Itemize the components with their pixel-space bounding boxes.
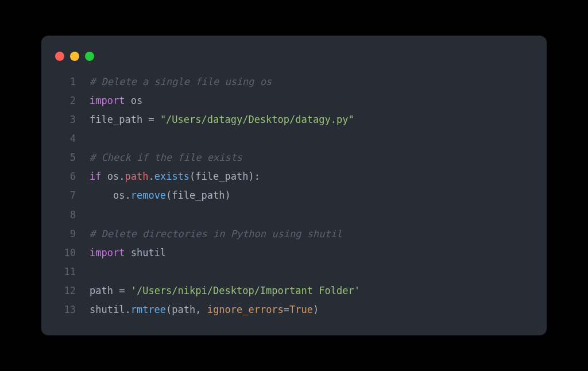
minimize-icon[interactable] [70, 52, 79, 61]
code-line[interactable]: 6if os.path.exists(file_path): [55, 167, 533, 186]
code-token: shutil [90, 304, 125, 315]
code-line[interactable]: 4 [55, 129, 533, 148]
line-number: 8 [55, 206, 76, 225]
code-token: exists [154, 171, 189, 182]
code-token: ( [166, 190, 172, 201]
line-number: 13 [55, 300, 76, 319]
line-content[interactable]: os.remove(file_path) [90, 186, 231, 205]
line-number: 9 [55, 225, 76, 244]
line-content[interactable]: path = '/Users/nikpi/Desktop/Important F… [90, 281, 360, 300]
code-token: path [90, 285, 113, 296]
code-token: , [195, 304, 207, 315]
line-content[interactable]: # Check if the file exists [90, 148, 242, 167]
line-content[interactable]: import os [90, 91, 142, 110]
code-line[interactable]: 12path = '/Users/nikpi/Desktop/Important… [55, 281, 533, 300]
code-token: os [113, 190, 125, 201]
code-area[interactable]: 1# Delete a single file using os2import … [41, 72, 547, 320]
code-token [90, 190, 113, 201]
line-content[interactable]: if os.path.exists(file_path): [90, 167, 260, 186]
line-number: 5 [55, 148, 76, 167]
code-line[interactable]: 13shutil.rmtree(path, ignore_errors=True… [55, 300, 533, 319]
code-line[interactable]: 9# Delete directories in Python using sh… [55, 225, 533, 244]
line-number: 11 [55, 262, 76, 281]
code-token: ) [313, 304, 319, 315]
maximize-icon[interactable] [85, 52, 94, 61]
code-token [142, 114, 148, 125]
code-line[interactable]: 8 [55, 206, 533, 225]
line-content[interactable] [90, 129, 95, 148]
code-token: = [119, 285, 125, 296]
line-number: 6 [55, 167, 76, 186]
line-content[interactable] [90, 262, 95, 281]
code-line[interactable]: 5# Check if the file exists [55, 148, 533, 167]
code-token: file_path [90, 114, 142, 125]
line-number: 1 [55, 72, 76, 91]
line-content[interactable]: file_path = "/Users/datagy/Desktop/datag… [90, 110, 354, 129]
line-number: 7 [55, 186, 76, 205]
code-token: ignore_errors [207, 304, 284, 315]
code-token: ) [225, 190, 230, 201]
code-token: # Check if the file exists [90, 152, 242, 163]
code-token: os [107, 171, 119, 182]
code-line[interactable]: 11 [55, 262, 533, 281]
line-number: 12 [55, 281, 76, 300]
line-number: 10 [55, 244, 76, 262]
code-line[interactable]: 10import shutil [55, 244, 533, 262]
code-token [101, 171, 107, 182]
code-line[interactable]: 7 os.remove(file_path) [55, 186, 533, 205]
code-token [154, 114, 160, 125]
code-token: True [289, 304, 313, 315]
code-token: path [125, 171, 148, 182]
line-content[interactable]: import shutil [90, 244, 166, 262]
code-token [125, 285, 130, 296]
code-line[interactable]: 1# Delete a single file using os [55, 72, 533, 91]
code-token: os [131, 95, 142, 106]
code-token: : [254, 171, 260, 182]
line-content[interactable]: # Delete a single file using os [90, 72, 272, 91]
code-token [125, 95, 130, 106]
code-token: remove [131, 190, 166, 201]
line-content[interactable]: shutil.rmtree(path, ignore_errors=True) [90, 300, 319, 319]
line-number: 2 [55, 91, 76, 110]
code-token: ( [166, 304, 172, 315]
code-token: "/Users/datagy/Desktop/datagy.py" [160, 114, 354, 125]
code-token: = [284, 304, 289, 315]
code-token: rmtree [131, 304, 166, 315]
code-token: . [119, 171, 125, 182]
code-token: import [90, 247, 125, 258]
code-line[interactable]: 3file_path = "/Users/datagy/Desktop/data… [55, 110, 533, 129]
code-token [125, 247, 130, 258]
line-content[interactable]: # Delete directories in Python using shu… [90, 225, 342, 244]
code-token: import [90, 95, 125, 106]
line-number: 3 [55, 110, 76, 129]
code-token: # Delete directories in Python using shu… [90, 228, 342, 239]
code-token: ) [248, 171, 254, 182]
code-token: shutil [131, 247, 166, 258]
code-token: '/Users/nikpi/Desktop/Important Folder' [131, 285, 360, 296]
code-token: . [125, 304, 130, 315]
code-line[interactable]: 2import os [55, 91, 533, 110]
code-window: 1# Delete a single file using os2import … [41, 36, 547, 336]
code-token: . [148, 171, 154, 182]
code-token: path [172, 304, 195, 315]
code-token [113, 285, 119, 296]
code-token: if [90, 171, 101, 182]
close-icon[interactable] [55, 52, 64, 61]
code-token: # Delete a single file using os [90, 76, 272, 87]
code-token: = [148, 114, 154, 125]
code-token: file_path [172, 190, 225, 201]
code-token: . [125, 190, 130, 201]
window-controls [41, 47, 547, 72]
code-token: file_path [195, 171, 248, 182]
line-number: 4 [55, 129, 76, 148]
line-content[interactable] [90, 206, 95, 225]
code-token: ( [189, 171, 195, 182]
